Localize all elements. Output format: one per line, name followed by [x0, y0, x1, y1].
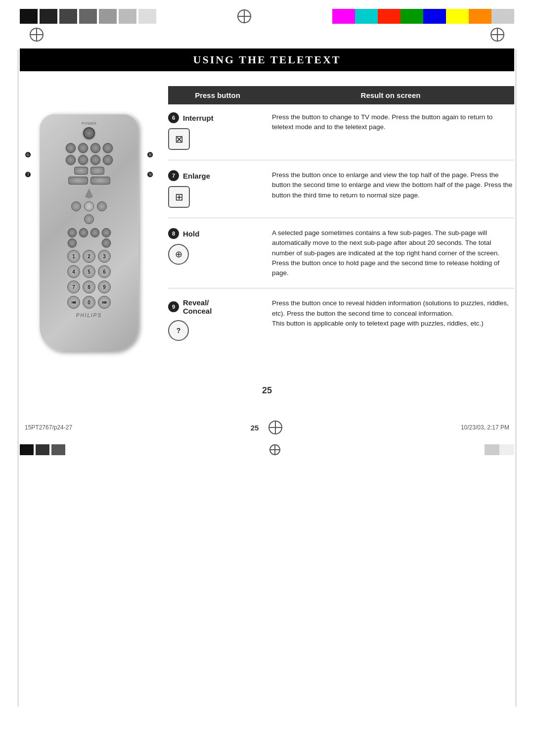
entry-row-enlarge: 7 Enlarge ⊞ Press the button once to enl…	[168, 170, 514, 218]
nav-center	[84, 201, 94, 211]
result-col-enlarge: Press the button once to enlarge and vie…	[267, 170, 514, 208]
power-button	[83, 127, 95, 139]
column-headers: Press button Result on screen	[168, 86, 514, 104]
enlarge-icon: ⊞	[168, 186, 190, 208]
press-col-hold: 8 Hold ⊕	[168, 228, 267, 278]
main-content: ❻ ❼ ❽ ❾ POWER	[0, 71, 534, 376]
result-col-reveal: Press the button once to reveal hidden i…	[267, 298, 514, 341]
btn-row-1	[44, 143, 134, 153]
remote-top-section	[44, 127, 134, 139]
remote-btn	[74, 167, 88, 175]
remote-btn	[66, 155, 76, 165]
label-6: ❻	[25, 151, 31, 159]
bottom-black-bar	[20, 444, 65, 455]
remote-btn	[66, 143, 76, 153]
bottom-color-bar	[485, 444, 514, 455]
btn-label-enlarge: 7 Enlarge	[168, 170, 257, 181]
nav-down	[84, 214, 94, 224]
reveal-description: Press the button once to reveal hidden i…	[272, 299, 509, 327]
page-number: 25	[0, 385, 534, 396]
btn-name-interrupt: Interrupt	[183, 114, 214, 122]
remote-btn	[78, 143, 88, 153]
entry-row-hold: 8 Hold ⊕ A selected page sometimes conta…	[168, 228, 514, 288]
label-7: ❼	[25, 171, 31, 179]
num-9: 9	[98, 281, 111, 293]
remote-btn	[103, 143, 113, 153]
remote-btn	[90, 155, 100, 165]
num-prev: ⏮	[67, 296, 80, 309]
page-title: Using The Teletext	[35, 53, 499, 66]
hold-description: A selected page sometimes contains a few…	[272, 229, 499, 277]
btn-label-interrupt: 6 Interrupt	[168, 112, 257, 123]
table-area: Press button Result on screen 6 Interrup…	[168, 86, 514, 361]
bottom-center	[269, 444, 280, 455]
number-badge-7: 7	[168, 170, 179, 181]
nav-left	[71, 201, 81, 211]
brand-logo: PHILIPS	[44, 313, 134, 318]
result-col-interrupt: Press the button to change to TV mode. P…	[267, 112, 514, 150]
btn-row-2	[44, 155, 134, 165]
num-1: 1	[67, 250, 80, 263]
footer-file-ref: 15PT2767/p24-27	[25, 424, 72, 431]
remote-btn	[90, 167, 104, 175]
black-bars	[20, 9, 156, 24]
btn-name-reveal: Reveal/Conceal	[183, 298, 212, 315]
num-8: 8	[83, 281, 95, 293]
nav-empty	[70, 213, 82, 225]
btn-row-3	[44, 167, 134, 175]
remote-control: POWER	[40, 114, 138, 351]
btn-name-hold: Hold	[183, 230, 199, 238]
num-3: 3	[98, 250, 111, 263]
reg-marks-row	[0, 24, 534, 46]
hold-icon: ⊕	[168, 244, 189, 265]
remote-btn	[102, 228, 111, 237]
interrupt-description: Press the button to change to TV mode. P…	[272, 113, 492, 131]
footer-date: 10/23/03, 2:17 PM	[461, 424, 509, 431]
power-label: POWER	[44, 121, 134, 126]
remote-btn	[68, 238, 77, 247]
vol-ch-row	[44, 228, 134, 247]
nav-empty	[70, 188, 82, 199]
left-reg-mark	[30, 28, 44, 42]
num-5: 5	[83, 265, 95, 278]
num-2: 2	[83, 250, 95, 263]
btn-label-hold: 8 Hold	[168, 228, 257, 239]
result-col-hold: A selected page sometimes contains a few…	[267, 228, 514, 278]
footer-center-area: 25	[251, 421, 283, 434]
remote-btn	[90, 143, 100, 153]
top-registration-mark	[237, 9, 251, 23]
remote-btn	[90, 228, 99, 237]
btn-label-reveal: 9 Reveal/Conceal	[168, 298, 257, 315]
top-bars	[0, 0, 534, 24]
nav-up	[84, 189, 94, 198]
num-next: ⏭	[98, 296, 111, 309]
bottom-black-bars	[20, 444, 65, 455]
remote-btn	[103, 155, 113, 165]
remote-btn	[102, 238, 111, 247]
number-pad: 1 2 3 4 5 6 7 8 9 ⏮ 0 ⏭	[67, 250, 111, 309]
num-7: 7	[67, 281, 80, 293]
right-border	[516, 49, 516, 707]
entry-row-reveal: 9 Reveal/Conceal ? Press the button once…	[168, 298, 514, 351]
label-8: ❽	[147, 151, 153, 159]
interrupt-icon: ⊠	[168, 128, 190, 150]
black-bar-group	[20, 9, 156, 24]
ch-group	[102, 228, 111, 247]
remote-btn	[90, 177, 110, 185]
page-footer: 15PT2767/p24-27 25 10/23/03, 2:17 PM	[0, 416, 534, 439]
reveal-icon: ?	[168, 320, 189, 341]
nav-right	[97, 201, 107, 211]
remote-btn	[68, 228, 77, 237]
bottom-reg-mark	[268, 421, 282, 434]
remote-wrapper: ❻ ❼ ❽ ❾ POWER	[20, 114, 158, 351]
footer-page-num: 25	[251, 424, 259, 432]
remote-area: ❻ ❼ ❽ ❾ POWER	[20, 86, 158, 361]
btn-name-enlarge: Enlarge	[183, 172, 210, 180]
number-badge-6: 6	[168, 112, 179, 123]
number-badge-9: 9	[168, 301, 179, 312]
number-badge-8: 8	[168, 228, 179, 239]
bottom-bars	[0, 444, 534, 464]
color-bar-group	[332, 9, 514, 24]
nav-cluster	[70, 188, 108, 225]
press-col-reveal: 9 Reveal/Conceal ?	[168, 298, 267, 341]
